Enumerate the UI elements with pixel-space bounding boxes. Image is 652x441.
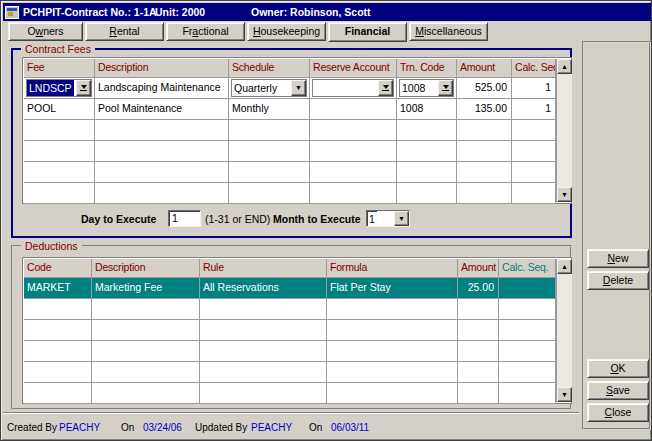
tab-financial[interactable]: Financial	[328, 22, 407, 42]
empty-cell	[200, 341, 327, 362]
empty-row	[24, 362, 556, 383]
scroll-down-icon[interactable]: ▼	[557, 187, 572, 202]
empty-row	[24, 341, 556, 362]
delete-button[interactable]: Delete	[587, 271, 649, 290]
fee-code-cell[interactable]: POOL	[24, 99, 95, 120]
col-header-rule: Rule	[200, 259, 327, 278]
empty-cell	[24, 183, 95, 204]
month-to-execute-label: Month to Execute	[273, 213, 361, 225]
month-to-execute-combo[interactable]: 1 ▼	[366, 210, 410, 227]
col-header-description: Description	[95, 59, 229, 78]
deductions-scrollbar[interactable]: ▲ ▼	[556, 259, 572, 402]
contract-fees-header-row: Fee Description Schedule Reserve Account…	[24, 59, 556, 78]
tab-housekeeping[interactable]: Housekeeping	[247, 22, 326, 41]
day-to-execute-hint: (1-31 or END)	[205, 213, 270, 225]
empty-cell	[24, 320, 92, 341]
fee-trn-code-cell[interactable]: 1008	[397, 99, 457, 120]
created-by-label: Created By	[7, 422, 57, 433]
fee-calc-seq-cell[interactable]: 1	[512, 78, 556, 99]
contract-fees-scrollbar[interactable]: ▲ ▼	[556, 59, 572, 202]
empty-cell	[458, 362, 499, 383]
fee-schedule-cell[interactable]: Monthly	[229, 99, 310, 120]
fee-description-cell[interactable]: Landscaping Maintenance	[95, 78, 229, 99]
empty-cell	[92, 299, 200, 320]
deductions-header-row: Code Description Rule Formula Amount Cal…	[24, 259, 556, 278]
deduction-rule-cell[interactable]: All Reservations	[200, 278, 327, 299]
deductions-table: Code Description Rule Formula Amount Cal…	[22, 257, 572, 404]
dropdown-arrow-icon: ▼	[398, 215, 405, 222]
data-combo-arrow-icon	[442, 85, 449, 91]
empty-cell	[512, 120, 556, 141]
fee-calc-seq-cell[interactable]: 1	[512, 99, 556, 120]
fee-row-lndscp: LNDSCP Landscaping Maintenance Quarterly…	[24, 78, 556, 99]
deduction-row-market[interactable]: MARKET Marketing Fee All Reservations Fl…	[24, 278, 556, 299]
empty-cell	[200, 383, 327, 404]
month-combo-value: 1	[367, 211, 377, 226]
schedule-dropdown-button[interactable]: ▼	[291, 80, 306, 96]
fee-code-selected-text[interactable]: LNDSCP	[27, 80, 74, 96]
fee-code-dropdown-button[interactable]	[76, 80, 91, 96]
empty-cell	[499, 383, 556, 404]
empty-cell	[512, 162, 556, 183]
schedule-combo-value[interactable]: Quarterly	[232, 80, 279, 96]
col-header-description: Description	[92, 259, 200, 278]
deduction-amount-cell[interactable]: 25.00	[458, 278, 499, 299]
contract-fees-table: Fee Description Schedule Reserve Account…	[22, 57, 572, 204]
empty-cell	[327, 341, 458, 362]
title-unit: Unit: 2000	[155, 6, 205, 18]
tab-fractional[interactable]: Fractional	[166, 22, 245, 41]
empty-cell	[92, 383, 200, 404]
empty-cell	[95, 120, 229, 141]
tab-miscellaneous[interactable]: Miscellaneous	[409, 22, 488, 41]
col-header-amount: Amount	[458, 259, 499, 278]
trn-code-dropdown-button[interactable]	[438, 80, 453, 96]
contract-window: PCHPIT-Contract No.: 1-1A Unit: 2000 Own…	[0, 0, 652, 441]
deduction-formula-cell[interactable]: Flat Per Stay	[327, 278, 458, 299]
ok-button[interactable]: OK	[587, 359, 649, 378]
fee-amount-cell[interactable]: 135.00	[457, 99, 512, 120]
empty-cell	[310, 120, 397, 141]
empty-cell	[95, 183, 229, 204]
empty-cell	[458, 320, 499, 341]
col-header-reserve-account: Reserve Account	[310, 59, 397, 78]
fee-code-cell[interactable]: LNDSCP	[24, 78, 95, 99]
deduction-calc-seq-cell[interactable]	[499, 278, 556, 299]
new-button[interactable]: New	[587, 249, 649, 268]
fee-trn-code-cell[interactable]: 1008	[397, 78, 457, 99]
tab-rental[interactable]: Rental	[85, 22, 164, 41]
deduction-code-cell[interactable]: MARKET	[24, 278, 92, 299]
empty-cell	[457, 141, 512, 162]
reserve-account-dropdown-button[interactable]	[378, 80, 393, 96]
empty-cell	[457, 120, 512, 141]
empty-cell	[499, 299, 556, 320]
empty-cell	[458, 341, 499, 362]
fee-schedule-cell[interactable]: Quarterly ▼	[229, 78, 310, 99]
month-combo-dropdown-button[interactable]: ▼	[394, 211, 409, 226]
col-header-formula: Formula	[327, 259, 458, 278]
empty-cell	[457, 162, 512, 183]
fee-reserve-account-cell[interactable]	[310, 99, 397, 120]
status-bar: Created By PEACHY On 03/24/06 Updated By…	[1, 419, 652, 439]
tab-owners[interactable]: Owners	[8, 22, 83, 41]
empty-row	[24, 183, 556, 204]
empty-cell	[458, 299, 499, 320]
empty-cell	[24, 341, 92, 362]
save-button[interactable]: Save	[587, 381, 649, 400]
created-date-value: 03/24/06	[143, 422, 182, 433]
scroll-up-icon[interactable]: ▲	[557, 259, 572, 274]
fee-amount-cell[interactable]: 525.00	[457, 78, 512, 99]
day-to-execute-input[interactable]: 1	[168, 210, 201, 227]
fee-description-cell[interactable]: Pool Maintenance	[95, 99, 229, 120]
empty-cell	[310, 141, 397, 162]
trn-code-value[interactable]: 1008	[400, 80, 427, 96]
data-combo-arrow-icon	[382, 85, 389, 91]
scroll-down-icon[interactable]: ▼	[557, 387, 572, 402]
empty-row	[24, 120, 556, 141]
scroll-up-icon[interactable]: ▲	[557, 59, 572, 74]
fee-reserve-account-cell[interactable]	[310, 78, 397, 99]
deduction-description-cell[interactable]: Marketing Fee	[92, 278, 200, 299]
empty-cell	[397, 183, 457, 204]
updated-on-label: On	[309, 422, 322, 433]
empty-cell	[92, 320, 200, 341]
empty-row	[24, 383, 556, 404]
